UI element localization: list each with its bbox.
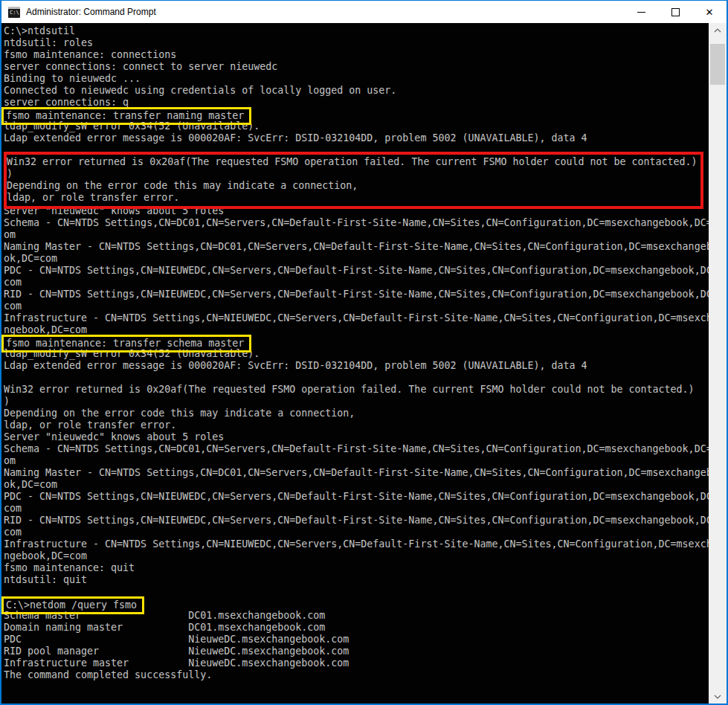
highlight-box-yellow: fsmo maintenance: transfer naming master [1,107,251,125]
terminal-line: ntdsutil: quit [4,574,709,586]
terminal-line: PDC - CN=NTDS Settings,CN=NIEUWEDC,CN=Se… [4,265,709,277]
minimize-icon [637,12,645,13]
terminal-line: C:\>netdom /query fsmo [4,598,709,610]
terminal-line: fsmo maintenance: connections [4,49,709,61]
cmd-icon-label: C:\ [10,10,19,16]
close-icon: ✕ [706,7,714,17]
terminal-line: Infrastructure - CN=NTDS Settings,CN=NIE… [4,538,709,550]
terminal-line: Infrastructure - CN=NTDS Settings,CN=NIE… [4,312,709,324]
terminal-line: Ldap extended error message is 000020AF:… [4,132,709,144]
terminal-line: com [4,277,709,289]
terminal-line: ngebook,DC=com [4,550,709,562]
terminal-line: com [4,300,709,312]
console-output[interactable]: C:\>ntdsutilntdsutil: rolesfsmo maintena… [1,23,709,704]
terminal-line: Schema - CN=NTDS Settings,CN=DC01,CN=Ser… [4,443,709,455]
terminal-line: fsmo maintenance: quit [4,562,709,574]
highlight-box-yellow: fsmo maintenance: transfer schema master [1,335,251,352]
terminal-line: RID - CN=NTDS Settings,CN=NIEUWEDC,CN=Se… [4,289,709,300]
window-title: Administrator: Command Prompt [26,7,156,17]
terminal-line: Infrastructure master NieuweDC.msexchang… [4,657,709,669]
terminal-line: ldap, or role transfer error. [7,192,700,204]
terminal-line: PDC - CN=NTDS Settings,CN=NIEUWEDC,CN=Se… [4,491,709,503]
scroll-up-button[interactable] [709,23,727,37]
terminal-line: com [4,503,709,515]
terminal-line: server connections: connect to server ni… [4,61,709,73]
terminal-line: Connected to nieuwedc using credentials … [4,85,709,97]
terminal-line: ntdsutil: roles [4,37,709,49]
chevron-down-icon [714,695,721,699]
terminal-line [4,372,709,384]
maximize-icon [671,8,680,16]
command-prompt-window: C:\ Administrator: Command Prompt ✕ C:\>… [0,0,728,705]
terminal-line: ) [4,396,709,408]
terminal-line: com [4,527,709,538]
terminal-line: fsmo maintenance: transfer schema master [4,336,709,348]
cmd-app-icon: C:\ [8,7,20,18]
terminal-line: Naming Master - CN=NTDS Settings,CN=DC01… [4,467,709,479]
terminal-line: Domain naming master DC01.msexchangebook… [4,622,709,634]
highlight-box-yellow: C:\>netdom /query fsmo [1,596,144,614]
terminal-line: om [4,455,709,467]
terminal-line: Binding to nieuwedc ... [4,73,709,85]
minimize-button[interactable] [624,1,658,23]
chevron-up-icon [714,28,721,33]
terminal-line: ldap, or role transfer error. [4,419,709,431]
terminal-line: PDC NieuweDC.msexchangebook.com [4,634,709,646]
terminal-line: Naming Master - CN=NTDS Settings,CN=DC01… [4,241,709,253]
terminal-line: C:\>ntdsutil [4,25,709,37]
terminal-line: ok,DC=com [4,479,709,491]
window-controls: ✕ [624,1,727,23]
cmd-icon-titlestrip [8,7,20,9]
terminal-line: Server "nieuwedc" knows about 5 roles [4,431,709,443]
terminal-line: fsmo maintenance: transfer naming master [4,109,709,120]
scroll-down-button[interactable] [709,689,727,704]
terminal-line: om [4,229,709,241]
terminal-line: Depending on the error code this may ind… [4,408,709,419]
terminal-line: RID pool manager NieuweDC.msexchangebook… [4,646,709,657]
terminal-line: Depending on the error code this may ind… [7,180,700,192]
terminal-line: RID - CN=NTDS Settings,CN=NIEUWEDC,CN=Se… [4,515,709,527]
close-button[interactable]: ✕ [692,1,727,23]
title-bar[interactable]: C:\ Administrator: Command Prompt ✕ [1,1,727,23]
terminal-line: Schema - CN=NTDS Settings,CN=DC01,CN=Ser… [4,217,709,229]
terminal-line: Win32 error returned is 0x20af(The reque… [4,384,709,396]
terminal-line: Ldap extended error message is 000020AF:… [4,360,709,372]
highlight-box-red: Win32 error returned is 0x20af(The reque… [4,152,703,209]
vertical-scrollbar[interactable] [709,23,727,704]
scrollbar-thumb[interactable] [710,44,725,85]
maximize-button[interactable] [658,1,692,23]
terminal-line: The command completed successfully. [4,669,709,681]
terminal-line: ok,DC=com [4,253,709,265]
terminal-line: ) [7,168,700,180]
terminal-line: Win32 error returned is 0x20af(The reque… [7,156,700,168]
